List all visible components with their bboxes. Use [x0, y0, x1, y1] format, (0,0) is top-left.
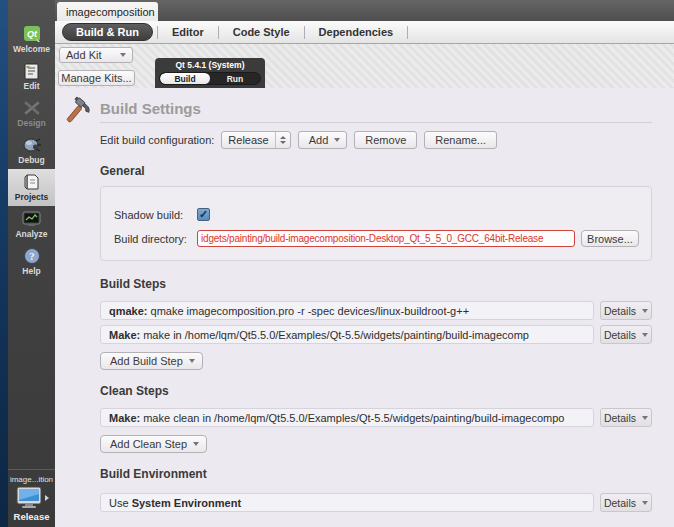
general-group: Shadow build: Build directory: Browse...: [100, 186, 652, 261]
build-environment-heading: Build Environment: [100, 467, 652, 481]
browse-label: Browse...: [587, 233, 633, 245]
browse-button[interactable]: Browse...: [581, 230, 639, 247]
add-build-step-label: Add Build Step: [110, 355, 183, 367]
sidebar-item-label: Help: [22, 266, 40, 276]
details-button[interactable]: Details: [600, 493, 652, 512]
tab-dependencies[interactable]: Dependencies: [307, 26, 406, 38]
target-config-label: Release: [14, 511, 50, 522]
help-icon: ?: [22, 247, 42, 265]
svg-text:Qt: Qt: [27, 29, 38, 39]
tab-build-and-run[interactable]: Build & Run: [62, 23, 153, 41]
mode-sidebar: Qt Welcome Edit Design Debug Projects An…: [8, 0, 55, 527]
target-expand-icon: [45, 495, 49, 501]
add-clean-step-button[interactable]: Add Clean Step: [100, 435, 207, 453]
build-step-summary[interactable]: qmake: qmake imagecomposition.pro -r -sp…: [100, 301, 594, 320]
svg-text:?: ?: [29, 250, 35, 262]
environment-prefix: Use: [109, 497, 129, 509]
sidebar-item-label: Projects: [15, 192, 49, 202]
step-prefix: Make:: [109, 412, 140, 424]
document-tab-bar: imagecomposition: [55, 0, 674, 21]
edit-icon: [22, 62, 42, 80]
kit-strip: Add Kit Manage Kits... Qt 5.4.1 (System)…: [55, 44, 674, 88]
main-area: imagecomposition Build & Run Editor Code…: [55, 0, 674, 527]
details-button[interactable]: Details: [600, 408, 652, 427]
sidebar-item-design: Design: [8, 95, 55, 132]
details-label: Details: [604, 497, 636, 509]
kit-tab-build[interactable]: Build: [160, 73, 210, 84]
sidebar-item-debug[interactable]: Debug: [8, 132, 55, 169]
sidebar-item-projects[interactable]: Projects: [8, 169, 55, 206]
tab-editor[interactable]: Editor: [160, 26, 216, 38]
remove-configuration-button[interactable]: Remove: [354, 131, 417, 149]
step-command: qmake imagecomposition.pro -r -spec devi…: [151, 305, 470, 317]
qt-logo-icon: Qt: [22, 25, 42, 43]
details-label: Details: [604, 305, 636, 317]
step-command: make in /home/lqm/Qt5.5.0/Examples/Qt-5.…: [143, 329, 529, 341]
rename-configuration-button[interactable]: Rename...: [424, 131, 497, 149]
spinner-arrows-icon: [275, 132, 290, 148]
add-clean-step-label: Add Clean Step: [110, 438, 187, 450]
shadow-build-checkbox[interactable]: [197, 208, 210, 221]
step-prefix: Make:: [109, 329, 140, 341]
chevron-down-icon: [120, 53, 126, 57]
add-build-step-button[interactable]: Add Build Step: [100, 352, 203, 370]
configuration-value: Release: [222, 134, 274, 146]
kit-selector-card: Qt 5.4.1 (System) Build Run: [155, 58, 265, 88]
manage-kits-label: Manage Kits...: [61, 72, 131, 84]
edit-configuration-label: Edit build configuration:: [100, 134, 214, 146]
add-configuration-label: Add: [309, 134, 329, 146]
debug-icon: [22, 136, 42, 154]
add-kit-button[interactable]: Add Kit: [59, 47, 133, 63]
edit-configuration-row: Edit build configuration: Release Add Re…: [100, 130, 652, 149]
kit-tab-run[interactable]: Run: [210, 73, 260, 84]
add-configuration-button[interactable]: Add: [298, 131, 348, 149]
hammer-icon: [60, 96, 92, 132]
sidebar-item-help[interactable]: ? Help: [8, 243, 55, 280]
sidebar-item-label: Analyze: [15, 229, 47, 239]
kit-tab-switch: Build Run: [159, 72, 261, 85]
chevron-down-icon: [642, 416, 648, 420]
monitor-icon: [15, 486, 43, 509]
environment-name: System Environment: [132, 497, 241, 509]
build-environment-row: Use System Environment Details: [100, 493, 652, 512]
general-heading: General: [100, 164, 652, 178]
design-icon: [22, 99, 42, 117]
settings-tab-bar: Build & Run Editor Code Style Dependenci…: [55, 21, 674, 44]
document-tab-imagecomposition[interactable]: imagecomposition: [57, 2, 158, 21]
step-prefix: qmake:: [109, 305, 148, 317]
document-tab-label: imagecomposition: [66, 6, 155, 18]
add-kit-label: Add Kit: [66, 49, 101, 61]
build-step-row-qmake: qmake: qmake imagecomposition.pro -r -sp…: [100, 301, 652, 320]
configuration-select[interactable]: Release: [221, 131, 290, 149]
manage-kits-button[interactable]: Manage Kits...: [58, 70, 135, 86]
build-directory-input[interactable]: [197, 230, 575, 247]
projects-icon: [22, 173, 42, 191]
build-steps-heading: Build Steps: [100, 277, 652, 291]
details-button[interactable]: Details: [600, 301, 652, 320]
tab-code-style[interactable]: Code Style: [221, 26, 302, 38]
chevron-down-icon: [642, 501, 648, 505]
clean-step-row-make: Make: make clean in /home/lqm/Qt5.5.0/Ex…: [100, 408, 652, 427]
clean-steps-heading: Clean Steps: [100, 384, 652, 398]
build-directory-label: Build directory:: [114, 233, 197, 245]
target-selector[interactable]: image...ition Release: [8, 469, 55, 522]
page-title: Build Settings: [100, 100, 652, 123]
sidebar-item-label: Welcome: [13, 44, 50, 54]
chevron-down-icon: [642, 333, 648, 337]
shadow-build-label: Shadow build:: [114, 209, 197, 221]
step-command: make clean in /home/lqm/Qt5.5.0/Examples…: [143, 412, 564, 424]
target-project-name: image...ition: [10, 475, 53, 484]
sidebar-item-edit[interactable]: Edit: [8, 58, 55, 95]
sidebar-item-label: Edit: [23, 81, 39, 91]
clean-step-summary[interactable]: Make: make clean in /home/lqm/Qt5.5.0/Ex…: [100, 408, 594, 427]
sidebar-item-label: Design: [17, 118, 45, 128]
analyze-icon: [22, 210, 42, 228]
environment-summary[interactable]: Use System Environment: [100, 493, 594, 512]
details-button[interactable]: Details: [600, 325, 652, 344]
build-step-summary[interactable]: Make: make in /home/lqm/Qt5.5.0/Examples…: [100, 325, 594, 344]
sidebar-item-welcome[interactable]: Qt Welcome: [8, 21, 55, 58]
sidebar-item-analyze[interactable]: Analyze: [8, 206, 55, 243]
details-label: Details: [604, 412, 636, 424]
rename-configuration-label: Rename...: [435, 134, 486, 146]
chevron-down-icon: [642, 309, 648, 313]
